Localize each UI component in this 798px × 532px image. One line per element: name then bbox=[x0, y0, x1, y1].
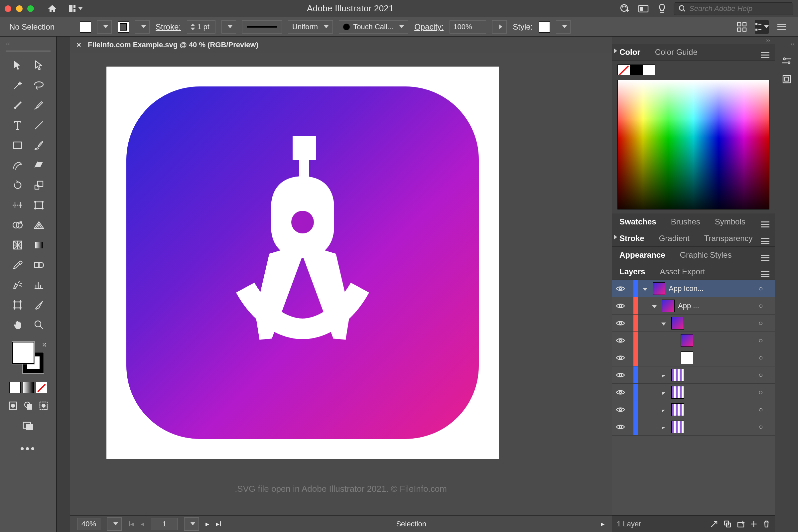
stroke-profile[interactable] bbox=[242, 20, 282, 34]
draw-mode-behind[interactable] bbox=[22, 399, 35, 412]
target-icon[interactable]: ○ bbox=[754, 302, 768, 310]
panel-menu-icon[interactable] bbox=[761, 46, 770, 58]
target-icon[interactable]: ○ bbox=[754, 336, 768, 345]
panel-menu-icon[interactable] bbox=[761, 266, 770, 277]
target-icon[interactable]: ○ bbox=[754, 371, 768, 379]
disclosure-icon[interactable] bbox=[657, 423, 668, 431]
home-icon[interactable] bbox=[45, 2, 59, 16]
document-tab[interactable]: × FileInfo.com Example.svg @ 40 % (RGB/P… bbox=[70, 37, 612, 53]
stroke-dropdown[interactable] bbox=[135, 20, 150, 34]
tab-stroke[interactable]: Stroke bbox=[612, 230, 652, 246]
visibility-icon[interactable] bbox=[612, 407, 629, 413]
visibility-icon[interactable] bbox=[612, 303, 629, 309]
tab-color-guide[interactable]: Color Guide bbox=[648, 44, 705, 60]
slice-tool[interactable] bbox=[29, 296, 49, 314]
visibility-icon[interactable] bbox=[612, 320, 629, 326]
stroke-profile-name[interactable]: Uniform bbox=[288, 20, 333, 34]
layer-row[interactable]: ○ bbox=[612, 384, 775, 401]
layer-row[interactable]: ○ bbox=[612, 401, 775, 418]
width-tool[interactable] bbox=[8, 196, 27, 214]
magic-wand-tool[interactable] bbox=[8, 76, 27, 94]
tips-icon[interactable] bbox=[655, 2, 669, 16]
disclosure-icon[interactable] bbox=[657, 319, 668, 327]
canvas[interactable]: .SVG file open in Adobe Illustrator 2021… bbox=[70, 53, 612, 515]
brush-definition[interactable]: Touch Call... bbox=[339, 20, 408, 34]
fill-swatch[interactable] bbox=[80, 21, 91, 33]
layer-row[interactable]: ○ bbox=[612, 418, 775, 436]
color-black[interactable] bbox=[630, 64, 643, 75]
pen-tool[interactable] bbox=[8, 96, 27, 114]
tab-appearance[interactable]: Appearance bbox=[612, 247, 672, 263]
more-options-icon[interactable] bbox=[775, 20, 789, 34]
status-menu-icon[interactable]: ▸ bbox=[601, 520, 605, 528]
visibility-icon[interactable] bbox=[612, 286, 629, 291]
nav-prev-icon[interactable]: ◂ bbox=[141, 520, 144, 528]
target-icon[interactable]: ○ bbox=[754, 319, 768, 327]
delete-layer-icon[interactable] bbox=[763, 520, 770, 528]
nav-first-icon[interactable]: I◂ bbox=[128, 520, 134, 528]
layer-name[interactable]: App Icon... bbox=[669, 284, 754, 293]
stroke-label[interactable]: Stroke: bbox=[156, 22, 181, 32]
locate-object-icon[interactable] bbox=[710, 520, 718, 528]
color-spectrum[interactable] bbox=[618, 80, 770, 209]
stroke-swatch[interactable] bbox=[118, 21, 129, 33]
dock-collapse[interactable]: ›› bbox=[612, 37, 775, 44]
disclosure-icon[interactable] bbox=[657, 371, 668, 379]
screen-mode[interactable] bbox=[20, 418, 37, 434]
disclosure-icon[interactable] bbox=[657, 405, 668, 414]
lasso-tool[interactable] bbox=[29, 76, 49, 94]
panel-menu-icon[interactable] bbox=[761, 249, 770, 261]
close-tab-icon[interactable]: × bbox=[76, 40, 81, 50]
tab-swatches[interactable]: Swatches bbox=[612, 213, 664, 230]
panel-menu-icon[interactable] bbox=[761, 216, 770, 227]
type-tool[interactable] bbox=[8, 116, 27, 134]
color-mode-solid[interactable] bbox=[9, 382, 21, 393]
direct-selection-tool[interactable] bbox=[29, 57, 49, 75]
close-window[interactable] bbox=[5, 5, 11, 12]
stroke-weight-field[interactable]: 1 pt bbox=[187, 20, 215, 34]
selection-tool[interactable] bbox=[8, 57, 27, 75]
arrange-docs-icon[interactable] bbox=[69, 2, 83, 16]
fill-dropdown[interactable] bbox=[97, 20, 112, 34]
share-icon[interactable] bbox=[618, 2, 632, 16]
shape-builder-tool[interactable] bbox=[8, 216, 27, 234]
artboard-dropdown[interactable] bbox=[184, 517, 199, 531]
opacity-dropdown[interactable] bbox=[492, 20, 507, 34]
target-icon[interactable]: ○ bbox=[754, 423, 768, 431]
strip-collapse[interactable]: ‹‹ bbox=[791, 41, 795, 48]
nav-last-icon[interactable]: ▸I bbox=[216, 520, 222, 528]
opacity-label[interactable]: Opacity: bbox=[414, 22, 443, 32]
fill-stroke-control[interactable]: ⤭ bbox=[12, 342, 44, 374]
paintbrush-tool[interactable] bbox=[29, 136, 49, 154]
make-clipping-mask-icon[interactable] bbox=[723, 520, 732, 528]
zoom-dropdown[interactable] bbox=[107, 517, 122, 531]
color-mode-none[interactable] bbox=[36, 382, 47, 393]
panel-menu-icon[interactable] bbox=[761, 232, 770, 244]
nav-next-icon[interactable]: ▸ bbox=[206, 520, 209, 528]
scale-tool[interactable] bbox=[29, 176, 49, 194]
tab-symbols[interactable]: Symbols bbox=[707, 213, 753, 230]
visibility-icon[interactable] bbox=[612, 390, 629, 395]
rotate-tool[interactable] bbox=[8, 176, 27, 194]
visibility-icon[interactable] bbox=[612, 338, 629, 343]
new-layer-icon[interactable] bbox=[750, 520, 757, 528]
graphic-style-swatch[interactable] bbox=[539, 21, 550, 33]
tab-gradient[interactable]: Gradient bbox=[652, 230, 697, 246]
rectangle-tool[interactable] bbox=[8, 136, 27, 154]
edit-toolbar[interactable]: ••• bbox=[20, 442, 36, 455]
layer-row[interactable]: ○ bbox=[612, 315, 775, 332]
zoom-window[interactable] bbox=[27, 5, 34, 12]
tab-asset-export[interactable]: Asset Export bbox=[652, 263, 712, 280]
layer-row[interactable]: App ...○ bbox=[612, 297, 775, 315]
libraries-icon[interactable] bbox=[782, 74, 792, 84]
target-icon[interactable]: ○ bbox=[754, 354, 768, 362]
symbol-sprayer-tool[interactable] bbox=[8, 276, 27, 294]
perspective-tool[interactable] bbox=[29, 216, 49, 234]
color-none[interactable] bbox=[618, 64, 630, 75]
color-white[interactable] bbox=[643, 64, 656, 75]
toolbar-collapse[interactable]: ‹‹ bbox=[0, 39, 56, 49]
help-search-input[interactable] bbox=[689, 4, 788, 13]
align-panel-icon[interactable] bbox=[735, 20, 749, 34]
stroke-weight-dropdown[interactable] bbox=[222, 20, 236, 34]
help-search[interactable] bbox=[673, 2, 793, 15]
